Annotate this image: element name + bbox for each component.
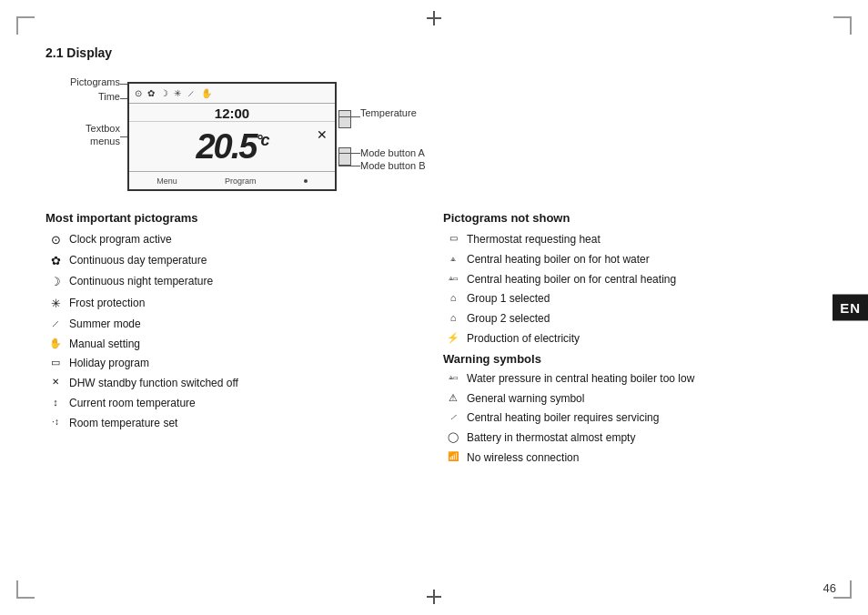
program-label: Program	[225, 176, 257, 186]
list-item: 📶 No wireless connection	[443, 450, 813, 466]
list-item: ⟋ Central heating boiler requires servic…	[443, 410, 813, 426]
line-mode-a	[338, 153, 360, 154]
item-text: DHW standby function switched off	[69, 376, 238, 391]
item-text: Group 1 selected	[467, 291, 550, 307]
diagram-container: Pictograms Time Textboxmenus ⊙ ✿ ☽ ✳ ⟋ ✋	[127, 82, 337, 191]
temp-unit: °c	[256, 131, 267, 149]
item-text: Continuous night temperature	[69, 274, 213, 289]
lists-section: Most important pictograms ⊙ Clock progra…	[45, 211, 813, 470]
icon-sun-disp: ✿	[147, 88, 155, 98]
icon-summer: ⟋	[45, 317, 66, 332]
icon-temp-set: ·↕	[45, 416, 66, 428]
icon-frost-disp: ✳	[174, 88, 181, 98]
icon-group1: ⌂	[443, 291, 463, 305]
main-content: 2.1 Display Pictograms Time Textboxmenus…	[45, 45, 813, 579]
label-mode-b: Mode button B	[360, 160, 426, 171]
right-column: Pictograms not shown ▭ Thermostat reques…	[443, 211, 813, 470]
icon-no-wireless: 📶	[443, 450, 463, 463]
icon-electricity: ⚡	[443, 331, 463, 345]
list-item: ✋ Manual setting	[45, 337, 416, 352]
list-item: ⊙ Clock program active	[45, 232, 416, 248]
item-text: General warning symbol	[467, 391, 584, 407]
mode-button-b-visual	[338, 147, 351, 166]
icon-holiday: ▭	[45, 356, 66, 369]
list-item: ⟁ Central heating boiler on for hot wate…	[443, 252, 813, 267]
left-col-title: Most important pictograms	[45, 211, 416, 225]
list-item: ✳ Frost protection	[45, 296, 416, 312]
page-number: 46	[823, 581, 836, 595]
icon-warning: ⚠	[443, 391, 463, 405]
list-item: ⌂ Group 2 selected	[443, 311, 813, 327]
list-item: ▭ Holiday program	[45, 356, 416, 371]
item-text: Production of electricity	[467, 331, 580, 347]
item-text: Battery in thermostat almost empty	[467, 430, 635, 446]
icon-group2: ⌂	[443, 311, 463, 325]
display-section: Pictograms Time Textboxmenus ⊙ ✿ ☽ ✳ ⟋ ✋	[45, 73, 813, 191]
list-item: ◯ Battery in thermostat almost empty	[443, 430, 813, 446]
display-top-bar: ⊙ ✿ ☽ ✳ ⟋ ✋	[129, 84, 335, 104]
icon-dhw: ✕	[45, 376, 66, 388]
item-text: Central heating boiler on for central he…	[467, 272, 676, 287]
icon-water-pressure: ⟁▭	[443, 371, 463, 383]
icon-hand-disp: ✋	[201, 88, 212, 98]
list-item: ⟁▭ Central heating boiler on for central…	[443, 272, 813, 287]
item-text: Frost protection	[69, 296, 145, 311]
item-text: No wireless connection	[467, 450, 579, 466]
list-item: ⟋ Summer mode	[45, 317, 416, 332]
right-col-title: Pictograms not shown	[443, 211, 813, 225]
icon-battery: ◯	[443, 430, 463, 444]
label-mode-a: Mode button A	[360, 147, 425, 158]
list-item: ⟁▭ Water pressure in central heating boi…	[443, 371, 813, 387]
line-mode-b	[338, 166, 360, 166]
item-text: Thermostat requesting heat	[467, 232, 601, 247]
icon-thermo-heat: ▭	[443, 232, 463, 245]
temp-value: 20.5	[196, 127, 256, 166]
thermostat-display: ⊙ ✿ ☽ ✳ ⟋ ✋ 12:00 20.5°c ✕	[127, 82, 337, 191]
item-text: Summer mode	[69, 317, 141, 332]
icon-night-temp: ☽	[45, 274, 66, 290]
icon-servicing: ⟋	[443, 410, 463, 424]
list-item: ⚡ Production of electricity	[443, 331, 813, 347]
item-text: Manual setting	[69, 337, 140, 352]
mode-button-a-visual	[338, 110, 351, 128]
list-item: ☽ Continuous night temperature	[45, 274, 416, 290]
section-title: 2.1 Display	[45, 45, 813, 60]
left-column: Most important pictograms ⊙ Clock progra…	[45, 211, 416, 470]
item-text: Central heating boiler requires servicin…	[467, 410, 659, 426]
list-item: ⚠ General warning symbol	[443, 391, 813, 407]
label-time: Time	[98, 91, 120, 102]
icon-current-temp: ↕	[45, 396, 66, 409]
item-text: Continuous day temperature	[69, 253, 207, 268]
list-item: ↕ Current room temperature	[45, 396, 416, 411]
icon-clock: ⊙	[45, 232, 66, 248]
item-text: Holiday program	[69, 356, 149, 371]
label-pictograms: Pictograms	[70, 76, 120, 87]
item-text: Current room temperature	[69, 396, 196, 411]
list-item: ·↕ Room temperature set	[45, 416, 416, 431]
warning-title: Warning symbols	[443, 352, 813, 366]
line-temperature	[338, 116, 360, 117]
item-text: Room temperature set	[69, 416, 177, 431]
icon-moon-disp: ☽	[160, 88, 168, 98]
corner-mark-bl	[16, 580, 35, 599]
icon-day-temp: ✿	[45, 253, 66, 269]
list-item: ⌂ Group 1 selected	[443, 291, 813, 307]
display-bottom-bar: Menu Program	[129, 171, 335, 189]
icon-clock-disp: ⊙	[135, 88, 142, 98]
temperature-display: 20.5°c	[196, 127, 267, 166]
dot-indicator	[304, 179, 308, 183]
menu-label: Menu	[156, 176, 177, 186]
label-textbox: Textboxmenus	[86, 122, 120, 148]
item-text: Water pressure in central heating boiler…	[467, 371, 694, 387]
icon-frost: ✳	[45, 296, 66, 312]
time-display: 12:00	[129, 104, 335, 122]
icon-manual: ✋	[45, 337, 66, 350]
crosshair-top	[427, 11, 441, 25]
list-item: ✕ DHW standby function switched off	[45, 376, 416, 391]
language-badge: EN	[833, 295, 868, 321]
list-item: ✿ Continuous day temperature	[45, 253, 416, 269]
item-text: Clock program active	[69, 232, 172, 247]
item-text: Group 2 selected	[467, 311, 550, 327]
corner-mark-tl	[16, 16, 35, 35]
icon-summer-disp: ⟋	[187, 88, 196, 98]
